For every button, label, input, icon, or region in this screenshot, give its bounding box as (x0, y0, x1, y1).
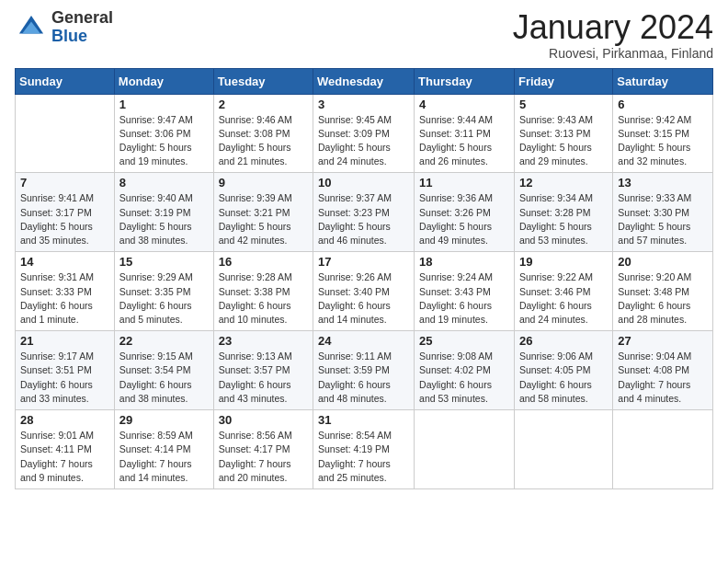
calendar-week-row: 14Sunrise: 9:31 AM Sunset: 3:33 PM Dayli… (16, 252, 713, 331)
calendar-cell: 18Sunrise: 9:24 AM Sunset: 3:43 PM Dayli… (415, 252, 515, 331)
day-info: Sunrise: 9:44 AM Sunset: 3:11 PM Dayligh… (419, 113, 509, 169)
day-info: Sunrise: 9:43 AM Sunset: 3:13 PM Dayligh… (519, 113, 608, 169)
header: General Blue January 2024 Ruovesi, Pirka… (15, 9, 713, 61)
logo-icon (15, 11, 48, 44)
calendar-cell: 19Sunrise: 9:22 AM Sunset: 3:46 PM Dayli… (514, 252, 612, 331)
day-info: Sunrise: 9:42 AM Sunset: 3:15 PM Dayligh… (618, 113, 708, 169)
day-number: 15 (119, 255, 209, 269)
day-number: 29 (119, 413, 209, 427)
day-number: 23 (219, 334, 308, 348)
day-number: 4 (419, 98, 509, 111)
weekday-header: Friday (514, 68, 612, 94)
day-number: 28 (20, 413, 109, 427)
day-info: Sunrise: 9:24 AM Sunset: 3:43 PM Dayligh… (419, 270, 509, 327)
day-number: 19 (519, 255, 608, 269)
day-info: Sunrise: 9:11 AM Sunset: 3:59 PM Dayligh… (318, 350, 409, 406)
title-block: January 2024 Ruovesi, Pirkanmaa, Finland (513, 9, 713, 61)
day-number: 30 (219, 413, 308, 427)
day-number: 31 (318, 413, 409, 427)
logo: General Blue (15, 9, 113, 46)
calendar-cell: 27Sunrise: 9:04 AM Sunset: 4:08 PM Dayli… (613, 331, 713, 410)
page: General Blue January 2024 Ruovesi, Pirka… (0, 0, 728, 563)
calendar-cell: 20Sunrise: 9:20 AM Sunset: 3:48 PM Dayli… (613, 252, 713, 331)
calendar-week-row: 28Sunrise: 9:01 AM Sunset: 4:11 PM Dayli… (16, 410, 713, 489)
day-info: Sunrise: 9:39 AM Sunset: 3:21 PM Dayligh… (219, 191, 308, 247)
calendar-cell: 28Sunrise: 9:01 AM Sunset: 4:11 PM Dayli… (16, 410, 115, 489)
calendar-cell: 29Sunrise: 8:59 AM Sunset: 4:14 PM Dayli… (114, 410, 213, 489)
day-number: 12 (519, 176, 608, 190)
day-info: Sunrise: 9:36 AM Sunset: 3:26 PM Dayligh… (419, 191, 509, 247)
calendar-cell: 23Sunrise: 9:13 AM Sunset: 3:57 PM Dayli… (213, 331, 313, 410)
day-info: Sunrise: 9:34 AM Sunset: 3:28 PM Dayligh… (519, 191, 608, 247)
calendar-cell (613, 410, 713, 489)
day-info: Sunrise: 9:47 AM Sunset: 3:06 PM Dayligh… (119, 113, 209, 169)
day-number: 10 (318, 176, 409, 190)
day-info: Sunrise: 9:17 AM Sunset: 3:51 PM Dayligh… (20, 350, 109, 406)
calendar-cell: 8Sunrise: 9:40 AM Sunset: 3:19 PM Daylig… (114, 173, 213, 252)
day-info: Sunrise: 9:06 AM Sunset: 4:05 PM Dayligh… (519, 350, 608, 406)
calendar-cell: 6Sunrise: 9:42 AM Sunset: 3:15 PM Daylig… (613, 94, 713, 173)
day-info: Sunrise: 9:40 AM Sunset: 3:19 PM Dayligh… (119, 191, 209, 247)
calendar-cell: 13Sunrise: 9:33 AM Sunset: 3:30 PM Dayli… (613, 173, 713, 252)
calendar-cell: 17Sunrise: 9:26 AM Sunset: 3:40 PM Dayli… (313, 252, 415, 331)
calendar-week-row: 7Sunrise: 9:41 AM Sunset: 3:17 PM Daylig… (16, 173, 713, 252)
day-number: 5 (519, 98, 608, 111)
day-number: 17 (318, 255, 409, 269)
weekday-header: Sunday (16, 68, 115, 94)
logo-blue-text: Blue (51, 28, 113, 46)
logo-general-text: General (51, 9, 113, 28)
calendar-cell: 21Sunrise: 9:17 AM Sunset: 3:51 PM Dayli… (16, 331, 115, 410)
day-number: 27 (618, 334, 708, 348)
calendar-cell: 3Sunrise: 9:45 AM Sunset: 3:09 PM Daylig… (313, 94, 415, 173)
calendar-cell: 12Sunrise: 9:34 AM Sunset: 3:28 PM Dayli… (514, 173, 612, 252)
weekday-header: Monday (114, 68, 213, 94)
calendar-cell: 4Sunrise: 9:44 AM Sunset: 3:11 PM Daylig… (415, 94, 515, 173)
calendar-cell: 30Sunrise: 8:56 AM Sunset: 4:17 PM Dayli… (213, 410, 313, 489)
day-info: Sunrise: 9:22 AM Sunset: 3:46 PM Dayligh… (519, 270, 608, 327)
day-info: Sunrise: 9:31 AM Sunset: 3:33 PM Dayligh… (20, 270, 109, 327)
day-number: 13 (618, 176, 708, 190)
calendar-cell: 31Sunrise: 8:54 AM Sunset: 4:19 PM Dayli… (313, 410, 415, 489)
calendar-cell (16, 94, 115, 173)
calendar-cell (415, 410, 515, 489)
day-info: Sunrise: 9:37 AM Sunset: 3:23 PM Dayligh… (318, 191, 409, 247)
day-info: Sunrise: 9:26 AM Sunset: 3:40 PM Dayligh… (318, 270, 409, 327)
day-number: 16 (219, 255, 308, 269)
day-info: Sunrise: 9:13 AM Sunset: 3:57 PM Dayligh… (219, 350, 308, 406)
calendar-cell: 14Sunrise: 9:31 AM Sunset: 3:33 PM Dayli… (16, 252, 115, 331)
calendar-cell (514, 410, 612, 489)
logo-text: General Blue (51, 9, 113, 46)
day-info: Sunrise: 9:28 AM Sunset: 3:38 PM Dayligh… (219, 270, 308, 327)
calendar-cell: 2Sunrise: 9:46 AM Sunset: 3:08 PM Daylig… (213, 94, 313, 173)
day-number: 18 (419, 255, 509, 269)
day-number: 1 (119, 98, 209, 111)
day-info: Sunrise: 8:56 AM Sunset: 4:17 PM Dayligh… (219, 429, 308, 485)
day-info: Sunrise: 9:45 AM Sunset: 3:09 PM Dayligh… (318, 113, 409, 169)
day-info: Sunrise: 9:33 AM Sunset: 3:30 PM Dayligh… (618, 191, 708, 247)
day-info: Sunrise: 8:59 AM Sunset: 4:14 PM Dayligh… (119, 429, 209, 485)
day-info: Sunrise: 9:29 AM Sunset: 3:35 PM Dayligh… (119, 270, 209, 327)
day-number: 21 (20, 334, 109, 348)
calendar-cell: 1Sunrise: 9:47 AM Sunset: 3:06 PM Daylig… (114, 94, 213, 173)
calendar-cell: 11Sunrise: 9:36 AM Sunset: 3:26 PM Dayli… (415, 173, 515, 252)
day-number: 2 (219, 98, 308, 111)
calendar-cell: 26Sunrise: 9:06 AM Sunset: 4:05 PM Dayli… (514, 331, 612, 410)
calendar-cell: 25Sunrise: 9:08 AM Sunset: 4:02 PM Dayli… (415, 331, 515, 410)
calendar-cell: 22Sunrise: 9:15 AM Sunset: 3:54 PM Dayli… (114, 331, 213, 410)
calendar-cell: 9Sunrise: 9:39 AM Sunset: 3:21 PM Daylig… (213, 173, 313, 252)
weekday-header: Thursday (415, 68, 515, 94)
calendar-cell: 24Sunrise: 9:11 AM Sunset: 3:59 PM Dayli… (313, 331, 415, 410)
calendar-cell: 5Sunrise: 9:43 AM Sunset: 3:13 PM Daylig… (514, 94, 612, 173)
day-number: 3 (318, 98, 409, 111)
calendar-table: SundayMondayTuesdayWednesdayThursdayFrid… (15, 68, 713, 489)
calendar-week-row: 21Sunrise: 9:17 AM Sunset: 3:51 PM Dayli… (16, 331, 713, 410)
day-info: Sunrise: 8:54 AM Sunset: 4:19 PM Dayligh… (318, 429, 409, 485)
day-number: 6 (618, 98, 708, 111)
day-info: Sunrise: 9:20 AM Sunset: 3:48 PM Dayligh… (618, 270, 708, 327)
day-number: 25 (419, 334, 509, 348)
day-info: Sunrise: 9:15 AM Sunset: 3:54 PM Dayligh… (119, 350, 209, 406)
day-number: 24 (318, 334, 409, 348)
month-title: January 2024 (513, 9, 713, 46)
day-number: 14 (20, 255, 109, 269)
day-number: 26 (519, 334, 608, 348)
